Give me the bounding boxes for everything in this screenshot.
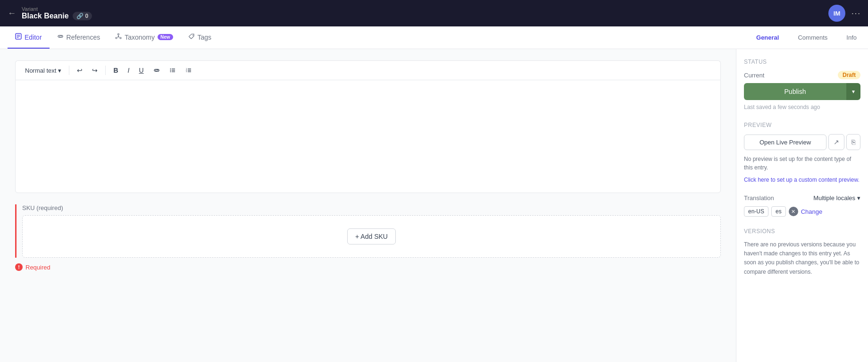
external-link-icon: ↗ — [834, 138, 839, 146]
sku-label-text: SKU — [22, 204, 35, 211]
translation-section: Translation Multiple locales ▾ en-US es … — [744, 194, 860, 217]
sku-required-text: (required) — [36, 204, 63, 211]
tab-bar-left: Editor References Taxonomy New Tags — [8, 26, 752, 49]
required-icon: ! — [15, 263, 23, 271]
tab-tags-label: Tags — [198, 34, 212, 41]
last-saved: Last saved a few seconds ago — [744, 104, 860, 110]
text-format-label: Normal text — [25, 67, 56, 74]
publish-button[interactable]: Publish — [744, 83, 846, 100]
underline-button[interactable]: U — [135, 65, 147, 76]
preview-section-label: Preview — [744, 122, 860, 128]
editor-toolbar: Normal text ▾ ↩ ↪ B I U 123 — [15, 60, 721, 80]
entry-meta: Variant Black Beanie 🔗 0 — [22, 6, 92, 20]
status-row: Current Draft — [744, 71, 860, 79]
locale-tags: en-US es ✕ Change — [744, 206, 860, 217]
main-layout: Normal text ▾ ↩ ↪ B I U 123 — [0, 49, 868, 362]
sku-dropzone: + Add SKU — [22, 215, 721, 258]
editor-icon — [15, 33, 22, 41]
tab-taxonomy-label: Taxonomy — [125, 34, 155, 41]
numbered-list-button[interactable]: 123 — [182, 65, 196, 76]
redo-button[interactable]: ↪ — [88, 65, 101, 76]
tab-comments[interactable]: Comments — [794, 34, 831, 41]
required-message: ! Required — [15, 263, 721, 271]
sidebar: Status Current Draft Publish ▾ Last save… — [736, 49, 868, 362]
undo-button[interactable]: ↩ — [73, 65, 86, 76]
translation-label: Translation — [744, 194, 774, 202]
link-count: 0 — [85, 13, 89, 19]
svg-point-6 — [120, 37, 121, 39]
svg-point-11 — [170, 68, 171, 69]
entry-title-text: Black Beanie — [22, 12, 69, 20]
versions-section-label: Versions — [744, 228, 860, 235]
content-area: Normal text ▾ ↩ ↪ B I U 123 — [0, 49, 736, 362]
tab-taxonomy[interactable]: Taxonomy New — [108, 26, 180, 49]
italic-button[interactable]: I — [124, 65, 134, 76]
avatar: IM — [828, 5, 845, 22]
bullet-list-button[interactable] — [166, 65, 180, 76]
preview-btn-wrap: Open Live Preview ↗ ⎘ — [744, 134, 860, 150]
sku-label: SKU (required) — [22, 204, 721, 211]
taxonomy-badge: New — [158, 34, 173, 40]
bold-button[interactable]: B — [109, 65, 122, 76]
svg-point-7 — [192, 35, 193, 36]
editor-body[interactable] — [15, 80, 721, 193]
locale-es: es — [771, 206, 786, 217]
toolbar-divider-2 — [105, 66, 106, 75]
top-bar-left: ← Variant Black Beanie 🔗 0 — [8, 6, 92, 20]
link-badge: 🔗 0 — [73, 12, 92, 20]
chevron-down-icon: ▾ — [857, 194, 860, 202]
tab-editor-label: Editor — [25, 34, 42, 41]
versions-section: Versions There are no previous versions … — [744, 228, 860, 277]
draft-badge: Draft — [838, 71, 860, 79]
taxonomy-icon — [115, 33, 122, 41]
no-preview-text: No preview is set up for the content typ… — [744, 155, 860, 172]
translation-row: Translation Multiple locales ▾ — [744, 194, 860, 202]
translation-select[interactable]: Multiple locales ▾ — [813, 194, 860, 202]
tab-tags[interactable]: Tags — [181, 26, 219, 49]
copy-icon: ⎘ — [851, 138, 855, 146]
svg-point-4 — [118, 34, 119, 35]
svg-point-5 — [116, 37, 117, 39]
sku-required-border: SKU (required) + Add SKU — [15, 204, 721, 258]
add-sku-button[interactable]: + Add SKU — [347, 228, 396, 244]
top-bar-right: IM ⋯ — [828, 5, 860, 22]
copy-preview-button[interactable]: ⎘ — [846, 134, 860, 150]
tab-editor[interactable]: Editor — [8, 26, 50, 49]
locale-change-button[interactable]: Change — [801, 208, 823, 215]
top-bar: ← Variant Black Beanie 🔗 0 IM ⋯ — [0, 0, 868, 26]
more-button[interactable]: ⋯ — [851, 8, 860, 19]
toolbar-divider-1 — [69, 66, 69, 75]
entry-title: Black Beanie 🔗 0 — [22, 12, 92, 20]
references-icon — [57, 33, 64, 41]
link-button[interactable] — [150, 65, 164, 76]
preview-section: Preview Open Live Preview ↗ ⎘ No preview… — [744, 122, 860, 183]
status-section: Status Current Draft Publish ▾ Last save… — [744, 59, 860, 110]
entry-type: Variant — [22, 6, 92, 12]
locale-remove-button[interactable]: ✕ — [789, 207, 798, 216]
status-section-label: Status — [744, 59, 860, 65]
open-live-preview-button[interactable]: Open Live Preview — [744, 135, 826, 150]
svg-point-13 — [170, 71, 171, 72]
versions-text: There are no previous versions because y… — [744, 240, 860, 277]
tags-icon — [188, 33, 195, 41]
svg-text:3: 3 — [186, 70, 187, 73]
tab-references-label: References — [67, 34, 100, 41]
current-label: Current — [744, 72, 764, 79]
locale-en-us: en-US — [744, 206, 768, 217]
tab-bar-right: General Comments Info — [752, 26, 860, 49]
required-text: Required — [25, 264, 50, 271]
tab-references[interactable]: References — [50, 26, 108, 49]
svg-point-12 — [170, 70, 171, 71]
external-preview-button[interactable]: ↗ — [828, 134, 844, 150]
setup-preview-link[interactable]: Click here to set up a custom content pr… — [744, 177, 860, 183]
link-icon: 🔗 — [76, 13, 83, 19]
publish-dropdown-button[interactable]: ▾ — [846, 83, 860, 100]
chevron-down-icon: ▾ — [58, 67, 61, 74]
tab-info[interactable]: Info — [843, 34, 860, 41]
back-button[interactable]: ← — [8, 8, 16, 18]
sku-section: SKU (required) + Add SKU ! Required — [15, 204, 721, 271]
tab-general[interactable]: General — [752, 34, 783, 41]
tab-bar: Editor References Taxonomy New Tags Gene… — [0, 26, 868, 49]
publish-btn-wrap: Publish ▾ — [744, 83, 860, 100]
text-format-select[interactable]: Normal text ▾ — [21, 65, 65, 76]
